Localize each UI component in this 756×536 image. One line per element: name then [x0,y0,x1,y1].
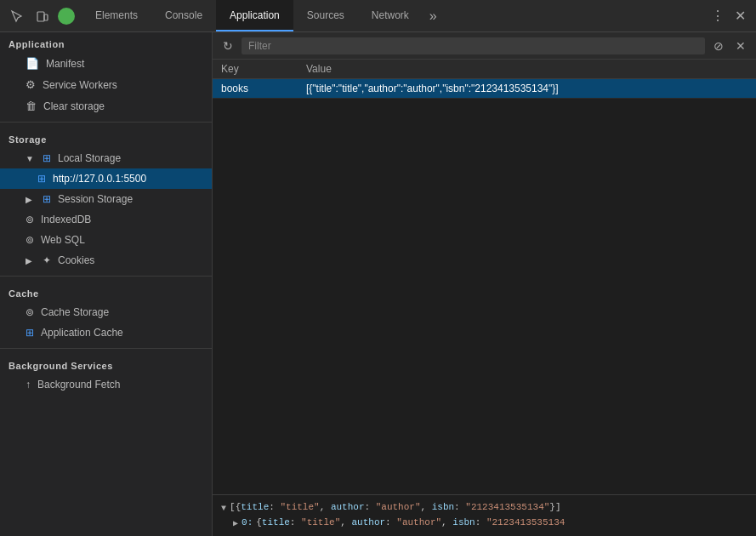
expand-arrow-session: ▶ [26,195,36,204]
grid-icon-localhost: ⊞ [37,173,46,185]
cell-key: books [213,79,298,99]
devtools-close-icon[interactable]: ✕ [731,4,749,27]
col-header-key: Key [213,60,298,79]
arrow-up-icon: ↑ [26,379,31,391]
section-storage: Storage [0,128,212,148]
sidebar-item-localhost[interactable]: ⊞ http://127.0.0.1:5500 [0,168,212,189]
device-icon[interactable] [32,6,53,26]
console-text-1: [{title: "title", author: "author", isbn… [230,500,561,516]
console-text-2: {title: "title", author: "author", isbn:… [256,516,565,531]
cookies-label: Cookies [58,254,94,266]
sidebar: Application 📄 Manifest ⚙ Service Workers… [0,32,213,536]
tab-console[interactable]: Console [151,0,216,31]
console-index: 0: [242,516,253,531]
section-application: Application [0,32,212,53]
tab-application[interactable]: Application [216,0,293,31]
service-workers-label: Service Workers [43,79,117,91]
tabs: Elements Console Application Sources Net… [82,0,444,31]
status-dot [58,8,75,25]
section-cache: Cache [0,282,212,302]
divider-storage [0,122,212,123]
content-panel: ↻ ⊘ ✕ Key Value books [{"title":"title",… [213,32,756,536]
clear-storage-label: Clear storage [43,100,105,112]
cell-value: [{"title":"title","author":"author","isb… [298,79,756,99]
localhost-label: http://127.0.0.1:5500 [53,173,146,185]
more-tabs-icon[interactable]: » [423,0,444,31]
cookie-icon: ✦ [43,254,51,266]
sidebar-item-cache-storage[interactable]: ⊚ Cache Storage [0,302,212,322]
col-header-value: Value [298,60,756,79]
clear-all-button[interactable]: ✕ [732,37,749,54]
grid-icon-local: ⊞ [43,152,51,164]
indexeddb-label: IndexedDB [41,214,91,225]
sidebar-item-app-cache[interactable]: ⊞ Application Cache [0,322,212,343]
top-toolbar: Elements Console Application Sources Net… [0,0,756,32]
devtools-menu-icon[interactable]: ⋮ [708,4,728,27]
sidebar-item-local-storage[interactable]: ▼ ⊞ Local Storage [0,148,212,168]
filter-bar: ↻ ⊘ ✕ [213,32,756,60]
websql-label: Web SQL [41,234,85,246]
sidebar-item-clear-storage[interactable]: 🗑 Clear storage [0,95,212,117]
table-row[interactable]: books [{"title":"title","author":"author… [213,79,756,99]
bottom-console: ▼ [{title: "title", author: "author", is… [213,494,756,536]
file-icon: 📄 [26,57,39,70]
sidebar-item-service-workers[interactable]: ⚙ Service Workers [0,74,212,95]
tab-sources[interactable]: Sources [293,0,358,31]
console-line-1: ▼ [{title: "title", author: "author", is… [221,500,747,516]
svg-rect-1 [44,14,48,20]
cylinder-icon-indexed: ⊚ [26,214,34,225]
bg-fetch-label: Background Fetch [37,379,120,391]
toolbar-right: ⋮ ✕ [708,4,756,27]
app-cache-label: Application Cache [41,327,123,339]
cache-storage-label: Cache Storage [41,306,109,318]
toolbar-icons [0,6,82,26]
manifest-label: Manifest [46,58,84,70]
svg-rect-0 [37,12,44,21]
refresh-button[interactable]: ↻ [219,37,236,54]
expand-arrow-cookies: ▶ [26,256,36,265]
delete-selected-button[interactable]: ⊘ [710,37,727,54]
expand-arrow-local: ▼ [26,154,36,163]
section-background: Background Services [0,354,212,374]
sidebar-item-session-storage[interactable]: ▶ ⊞ Session Storage [0,189,212,209]
inspect-icon[interactable] [7,6,27,26]
cylinder-icon-cache: ⊚ [26,306,34,318]
sidebar-item-cookies[interactable]: ▶ ✦ Cookies [0,250,212,271]
local-storage-label: Local Storage [58,152,121,164]
gear-icon: ⚙ [26,78,36,91]
console-expand-arrow-2[interactable]: ▶ [233,517,238,531]
session-storage-label: Session Storage [58,193,133,205]
console-expand-arrow-1[interactable]: ▼ [221,502,226,516]
console-line-2: ▶ 0: {title: "title", author: "author", … [221,516,747,531]
sidebar-item-manifest[interactable]: 📄 Manifest [0,53,212,74]
sidebar-item-websql[interactable]: ⊚ Web SQL [0,230,212,250]
main-area: Application 📄 Manifest ⚙ Service Workers… [0,32,756,536]
storage-table: Key Value books [{"title":"title","autho… [213,60,756,99]
divider-cache [0,276,212,277]
sidebar-item-indexeddb[interactable]: ⊚ IndexedDB [0,209,212,230]
grid-icon-appcache: ⊞ [26,327,34,339]
trash-icon: 🗑 [26,100,37,112]
divider-bg [0,348,212,349]
sidebar-item-bg-fetch[interactable]: ↑ Background Fetch [0,374,212,395]
grid-icon-session: ⊞ [43,193,51,205]
tab-elements[interactable]: Elements [82,0,151,31]
cylinder-icon-websql: ⊚ [26,234,34,246]
filter-input[interactable] [242,37,705,54]
tab-network[interactable]: Network [358,0,423,31]
table-empty-space [213,99,756,494]
